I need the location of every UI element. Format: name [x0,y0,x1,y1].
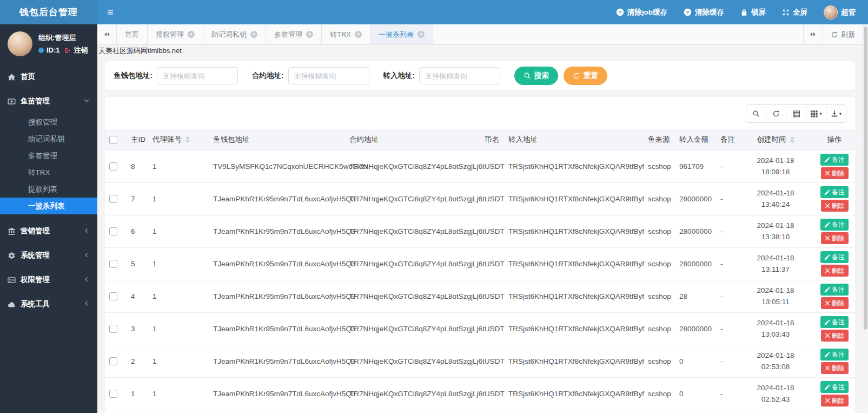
contract-address-input[interactable] [288,67,369,84]
row-checkbox[interactable] [109,390,117,398]
tab-close-icon[interactable]: × [355,31,362,38]
note-button-label: 备注 [832,285,845,294]
delete-button[interactable]: 删除 [821,265,849,277]
delete-button[interactable]: 删除 [821,297,849,309]
cell-remark: - [716,378,741,410]
cell-id: 3 [127,313,148,345]
sort-icon[interactable] [185,136,190,143]
navbar-action-clear-job-cache[interactable]: ?清除job缓存 [608,0,675,24]
tab-item[interactable]: 授权管理× [148,24,203,44]
cell-actions: 备注删除 [810,313,859,345]
row-checkbox[interactable] [109,357,117,365]
navbar-action-label: 全屏 [793,8,807,17]
row-checkbox[interactable] [109,162,117,171]
column-header-time[interactable]: 创建时间 [741,129,810,150]
delete-button[interactable]: 删除 [821,167,849,179]
delete-button[interactable]: 删除 [821,232,849,244]
refresh-icon [772,110,780,117]
sidebar-subitem[interactable]: 多签管理 [0,147,97,164]
tabs-scroll-left-icon[interactable] [97,24,117,44]
toggle-view-button[interactable] [786,104,806,123]
sidebar-item-permissions[interactable]: 权限管理 [0,268,97,292]
chevron-down-icon [83,97,90,106]
export-button[interactable]: ▾ [826,104,846,123]
tab-item[interactable]: 转TRX× [322,24,370,44]
delete-button[interactable]: 删除 [821,395,849,407]
tab-label: 一波杀列表 [379,30,414,40]
tab-item[interactable]: 一波杀列表× [370,24,433,44]
tab-item[interactable]: 首页 [117,24,148,44]
navbar-action-clear-cache[interactable]: ?清除缓存 [675,0,732,24]
sidebar-item-tools[interactable]: 系统工具 [0,292,97,317]
tab-close-icon[interactable]: × [306,31,313,38]
sidebar-subitem[interactable]: 提款列表 [0,181,97,198]
note-button[interactable]: 备注 [820,381,849,393]
note-button[interactable]: 备注 [820,349,849,360]
scrollbar-thumb[interactable] [864,27,867,330]
cell-id: 7 [127,183,148,215]
delete-button[interactable]: 删除 [821,200,849,212]
tab-label: 转TRX [330,30,351,40]
note-button[interactable]: 备注 [820,284,849,296]
sidebar-toggle-icon[interactable]: ≡ [97,0,123,24]
navbar-action-lock-screen[interactable]: 锁屏 [732,0,774,24]
note-button[interactable]: 备注 [820,154,849,166]
refresh-table-button[interactable] [766,104,786,123]
cell-remark: - [716,345,741,378]
search-toggle-button[interactable] [746,104,766,123]
reset-button[interactable]: 重置 [564,67,607,85]
sidebar-subitem[interactable]: 助记词私钥 [0,130,97,147]
sidebar-item-fish-management[interactable]: 鱼苗管理 [0,89,97,114]
sidebar-subitem[interactable]: 授权管理 [0,114,97,130]
edit-icon [824,384,830,390]
svg-text:?: ? [618,9,621,15]
sort-icon[interactable] [790,136,794,143]
navbar-action-fullscreen[interactable]: 全屏 [774,0,816,24]
question-circle-icon: ? [684,8,692,16]
tab-item[interactable]: 多签管理× [266,24,322,44]
delete-button[interactable]: 删除 [821,330,849,342]
delete-button-label: 删除 [832,364,845,373]
cell-source: scshop [644,345,675,378]
row-checkbox[interactable] [109,292,117,300]
note-button[interactable]: 备注 [820,316,849,328]
note-button-label: 备注 [832,318,845,327]
columns-button[interactable]: ▾ [806,104,826,123]
cell-contract: TR7NHqjeKQxGTCi8q8ZY4pL8otSzgjLj6t [345,280,480,313]
avatar[interactable] [8,31,32,56]
tab-close-icon[interactable]: × [188,31,195,38]
sidebar-subitem[interactable]: 转TRX [0,164,97,181]
logout-link[interactable]: 注销 [74,44,88,56]
note-button[interactable]: 备注 [820,251,849,263]
row-checkbox[interactable] [109,260,117,268]
edit-icon [824,352,830,358]
note-button[interactable]: 备注 [820,219,849,231]
tab-close-icon[interactable]: × [418,31,425,38]
fish-wallet-address-input[interactable] [157,67,238,84]
note-button[interactable]: 备注 [820,186,849,198]
home-icon [8,73,16,81]
row-checkbox[interactable] [109,325,117,333]
search-button[interactable]: 搜索 [514,67,558,85]
row-select-cell [105,150,127,183]
row-checkbox[interactable] [109,195,117,203]
logout-icon[interactable] [64,47,71,54]
tab-close-icon[interactable]: × [250,31,257,38]
transfer-in-address-input[interactable] [419,67,500,84]
delete-button[interactable]: 删除 [821,362,849,374]
tab-item[interactable]: 助记词私钥× [203,24,266,44]
select-all-checkbox[interactable] [109,136,117,144]
sidebar-item-marketing[interactable]: 营销管理 [0,219,97,244]
tabs-scroll-right-icon[interactable] [803,24,823,44]
column-header-actions: 操作 [810,129,859,150]
sidebar-subitem[interactable]: 一波杀列表 [0,198,97,214]
table-row: 41TJeamPKhR1Kr95m9n7TdL6uxcAofjvH5Q3TR7N… [105,280,859,313]
table-header-row: 主ID代理账号鱼钱包地址合约地址币名转入地址鱼来源转入金额备注创建时间操作 [105,129,859,150]
sidebar-item-system[interactable]: 系统管理 [0,244,97,268]
row-checkbox[interactable] [109,227,117,235]
sidebar-item-home[interactable]: 首页 [0,65,97,89]
cell-agent: 1 [148,183,209,215]
navbar-action-admin-user[interactable]: 超管 [816,0,864,24]
refresh-page-button[interactable]: 刷新 [823,24,863,44]
column-header-agent[interactable]: 代理账号 [148,129,209,150]
